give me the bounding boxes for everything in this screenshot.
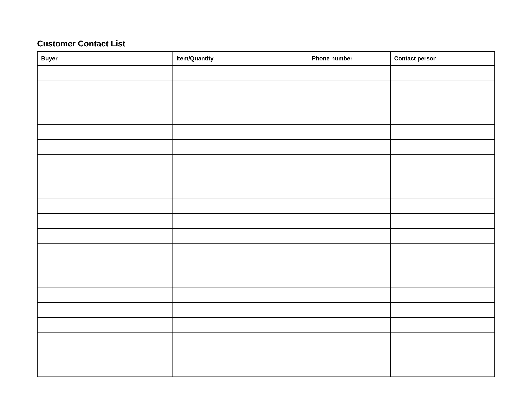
table-row xyxy=(38,95,495,110)
cell-item-quantity xyxy=(173,243,308,258)
cell-buyer xyxy=(38,65,173,80)
header-phone-number: Phone number xyxy=(308,52,390,65)
page-title: Customer Contact List xyxy=(37,39,495,48)
table-row xyxy=(38,318,495,332)
cell-buyer xyxy=(38,229,173,243)
cell-buyer xyxy=(38,273,173,288)
cell-phone-number xyxy=(308,273,390,288)
header-contact-person: Contact person xyxy=(390,52,495,65)
table-row xyxy=(38,214,495,229)
cell-phone-number xyxy=(308,288,390,303)
table-row xyxy=(38,288,495,303)
cell-contact-person xyxy=(390,273,495,288)
cell-item-quantity xyxy=(173,184,308,199)
cell-contact-person xyxy=(390,95,495,110)
cell-phone-number xyxy=(308,229,390,243)
cell-contact-person xyxy=(390,80,495,95)
cell-contact-person xyxy=(390,347,495,362)
cell-buyer xyxy=(38,184,173,199)
cell-item-quantity xyxy=(173,95,308,110)
table-row xyxy=(38,169,495,184)
cell-item-quantity xyxy=(173,214,308,229)
cell-contact-person xyxy=(390,154,495,169)
cell-buyer xyxy=(38,362,173,377)
cell-phone-number xyxy=(308,140,390,154)
cell-contact-person xyxy=(390,243,495,258)
cell-phone-number xyxy=(308,243,390,258)
cell-item-quantity xyxy=(173,154,308,169)
cell-phone-number xyxy=(308,318,390,332)
cell-phone-number xyxy=(308,110,390,125)
cell-contact-person xyxy=(390,332,495,347)
cell-contact-person xyxy=(390,140,495,154)
cell-buyer xyxy=(38,95,173,110)
cell-item-quantity xyxy=(173,169,308,184)
cell-item-quantity xyxy=(173,80,308,95)
cell-buyer xyxy=(38,318,173,332)
table-row xyxy=(38,362,495,377)
cell-phone-number xyxy=(308,154,390,169)
table-row xyxy=(38,199,495,214)
cell-contact-person xyxy=(390,65,495,80)
cell-phone-number xyxy=(308,95,390,110)
cell-buyer xyxy=(38,110,173,125)
cell-phone-number xyxy=(308,169,390,184)
cell-item-quantity xyxy=(173,288,308,303)
cell-buyer xyxy=(38,347,173,362)
cell-item-quantity xyxy=(173,199,308,214)
cell-phone-number xyxy=(308,347,390,362)
cell-contact-person xyxy=(390,214,495,229)
cell-phone-number xyxy=(308,258,390,273)
cell-contact-person xyxy=(390,362,495,377)
cell-phone-number xyxy=(308,80,390,95)
cell-buyer xyxy=(38,243,173,258)
cell-buyer xyxy=(38,303,173,318)
cell-item-quantity xyxy=(173,258,308,273)
cell-phone-number xyxy=(308,214,390,229)
cell-item-quantity xyxy=(173,303,308,318)
table-row xyxy=(38,154,495,169)
cell-buyer xyxy=(38,154,173,169)
cell-contact-person xyxy=(390,199,495,214)
cell-phone-number xyxy=(308,332,390,347)
cell-item-quantity xyxy=(173,347,308,362)
table-row xyxy=(38,273,495,288)
cell-contact-person xyxy=(390,229,495,243)
cell-item-quantity xyxy=(173,273,308,288)
cell-contact-person xyxy=(390,169,495,184)
cell-buyer xyxy=(38,288,173,303)
table-row xyxy=(38,258,495,273)
table-row xyxy=(38,80,495,95)
cell-item-quantity xyxy=(173,229,308,243)
cell-buyer xyxy=(38,169,173,184)
cell-phone-number xyxy=(308,199,390,214)
cell-buyer xyxy=(38,214,173,229)
contact-list-table: Buyer Item/Quantity Phone number Contact… xyxy=(37,51,495,377)
cell-item-quantity xyxy=(173,318,308,332)
table-row xyxy=(38,332,495,347)
table-row xyxy=(38,65,495,80)
cell-buyer xyxy=(38,125,173,140)
table-row xyxy=(38,303,495,318)
table-row xyxy=(38,140,495,154)
cell-phone-number xyxy=(308,362,390,377)
cell-buyer xyxy=(38,140,173,154)
cell-phone-number xyxy=(308,125,390,140)
cell-phone-number xyxy=(308,303,390,318)
cell-item-quantity xyxy=(173,110,308,125)
cell-contact-person xyxy=(390,184,495,199)
table-row xyxy=(38,347,495,362)
table-row xyxy=(38,243,495,258)
cell-contact-person xyxy=(390,318,495,332)
cell-phone-number xyxy=(308,184,390,199)
table-header-row: Buyer Item/Quantity Phone number Contact… xyxy=(38,52,495,65)
cell-buyer xyxy=(38,199,173,214)
header-buyer: Buyer xyxy=(38,52,173,65)
cell-contact-person xyxy=(390,125,495,140)
table-row xyxy=(38,110,495,125)
cell-item-quantity xyxy=(173,332,308,347)
cell-contact-person xyxy=(390,303,495,318)
cell-item-quantity xyxy=(173,362,308,377)
cell-contact-person xyxy=(390,110,495,125)
cell-item-quantity xyxy=(173,140,308,154)
